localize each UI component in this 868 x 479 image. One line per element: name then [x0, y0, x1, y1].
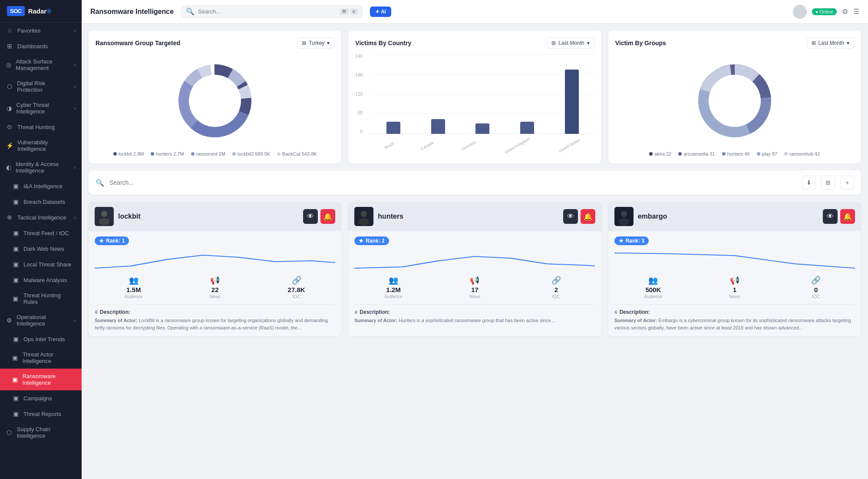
stat-ioc-embargo: 🔗 0 IOC — [777, 276, 855, 299]
stat-value: 17 — [471, 286, 479, 293]
actors-row: lockbit 👁 🔔 ★ Rank: 1 — [89, 202, 861, 336]
actor-name-lockbit: lockbit — [118, 213, 299, 220]
bar — [386, 122, 400, 134]
sidebar-item-favorites[interactable]: ☆ Favorites › — [0, 23, 82, 38]
list-icon: ≡ — [614, 309, 617, 315]
actor-stats-embargo: 👥 500K Audience 📢 1 News 🔗 0 IOC — [614, 276, 855, 299]
sidebar-item-threat-actor[interactable]: ▣ Threat Actor Intelligence — [0, 347, 82, 369]
alert-btn-embargo[interactable]: 🔔 — [840, 209, 855, 224]
add-btn[interactable]: + — [840, 176, 854, 190]
visibility-btn-lockbit[interactable]: 👁 — [303, 209, 318, 224]
actor-body-hunters: ★ Rank: 2 👥 1.2M Audience — [348, 231, 601, 329]
sidebar-item-threat-hunting[interactable]: ⊙ Threat Hunting — [0, 119, 82, 135]
actor-avatar-lockbit — [95, 207, 114, 226]
stat-ioc-lockbit: 🔗 27.8K IOC — [257, 276, 335, 299]
x-label: Canada — [420, 140, 434, 151]
summary-text: Hunters is a sophisticated ransomware gr… — [399, 318, 555, 323]
tactical-icon: ⊕ — [6, 214, 13, 221]
sidebar-item-identity[interactable]: ◐ Identity & Access Intelligence › — [0, 156, 82, 178]
sidebar-item-threat-feed[interactable]: ▣ Threat Feed / IOC — [0, 225, 82, 241]
download-btn[interactable]: ⬇ — [802, 176, 816, 190]
sidebar-item-dashboards[interactable]: ⊞ Dashboards — [0, 38, 82, 54]
ioc-icon: 🔗 — [551, 276, 561, 285]
user-avatar[interactable] — [793, 5, 807, 19]
legend-lockbit: lockbit 2.8M — [113, 151, 144, 156]
bar-filter-btn[interactable]: ⊞ Last Month ▾ — [547, 37, 594, 49]
sidebar-item-supply-chain[interactable]: ⬡ Supply Chain Intelligence — [0, 422, 82, 443]
groups-filter-btn[interactable]: ⊞ Last Month ▾ — [807, 37, 854, 49]
cyber-icon: ◑ — [6, 105, 12, 112]
y-label: 120 — [355, 92, 363, 96]
rank-label: Rank: 3 — [626, 238, 644, 244]
turkey-filter-btn[interactable]: ⊞ Turkey ▾ — [297, 37, 334, 49]
desc-text: Summary of Actor: Hunters is a sophistic… — [354, 317, 595, 324]
stat-audience-lockbit: 👥 1.5M Audience — [95, 276, 172, 299]
legend-arcusmedia: arcusmedia 31 — [678, 151, 715, 156]
visibility-btn-hunters[interactable]: 👁 — [563, 209, 578, 224]
star-icon: ☆ — [6, 27, 13, 34]
card-title: Ransomware Group Targeted — [96, 40, 180, 47]
svg-point-20 — [619, 218, 629, 225]
sidebar-item-ransomware[interactable]: ▣ Ransomware Intelligence — [0, 369, 82, 390]
alert-btn-hunters[interactable]: 🔔 — [581, 209, 595, 224]
sidebar-item-label: Favorites — [17, 27, 40, 34]
stat-value: 27.8K — [288, 286, 305, 293]
x-label: Germany — [461, 140, 477, 151]
actor-action-buttons: 👁 🔔 — [823, 209, 855, 224]
settings-icon[interactable]: ⚙ — [842, 7, 848, 16]
chevron-right-icon: › — [74, 106, 76, 111]
menu-icon[interactable]: ☰ — [853, 7, 859, 16]
sidebar-item-vulnerability[interactable]: ⚡ Vulnerability Intelligence — [0, 135, 82, 156]
ai-button[interactable]: ✦ AI — [370, 7, 391, 17]
donut2-legend: akira 22 arcusmedia 31 hunters 46 p — [649, 151, 820, 156]
sidebar-item-ops-intel[interactable]: ▣ Ops Intel Trends — [0, 331, 82, 347]
content-search-input[interactable] — [109, 179, 797, 186]
charts-row: Ransomware Group Targeted ⊞ Turkey ▾ — [89, 30, 861, 163]
sidebar-item-digital-risk[interactable]: ⬡ Digital Risk Protection › — [0, 76, 82, 97]
sidebar-item-breach-datasets[interactable]: ▣ Breach Datasets — [0, 194, 82, 210]
donut-chart-2: akira 22 arcusmedia 31 hunters 46 p — [615, 54, 854, 156]
sidebar-item-label: I&A Intelligence — [23, 183, 63, 190]
sidebar-item-local-threat[interactable]: ▣ Local Threat Share — [0, 256, 82, 272]
sidebar-item-threat-reports[interactable]: ▣ Threat Reports — [0, 406, 82, 422]
y-label: 240 — [355, 54, 363, 59]
legend-label: arcusmedia 31 — [683, 151, 715, 156]
x-labels: Brazil Canada Germany United Kingdom Uni… — [371, 134, 594, 150]
bar-group-uk — [520, 122, 534, 134]
sidebar-item-tactical[interactable]: ⊕ Tactical Intelligence › — [0, 210, 82, 225]
stat-label: News — [210, 294, 221, 299]
visibility-btn-embargo[interactable]: 👁 — [823, 209, 838, 224]
stat-label: News — [729, 294, 740, 299]
alert-btn-lockbit[interactable]: 🔔 — [320, 209, 335, 224]
legend-label: BackCat 543.8K — [282, 151, 317, 156]
star-icon: ★ — [619, 238, 624, 244]
svg-point-17 — [359, 218, 369, 225]
y-label: 60 — [358, 110, 363, 115]
sidebar-item-threat-hunting-rules[interactable]: ▣ Threat Hunting Rules — [0, 288, 82, 309]
desc-text: Summary of Actor: LockBit is a ransomwar… — [95, 317, 335, 331]
sparkline-embargo — [614, 249, 855, 270]
sidebar-item-attack-surface[interactable]: ◎ Attack Surface Management › — [0, 54, 82, 76]
sidebar-item-ia-intelligence[interactable]: ▣ I&A Intelligence — [0, 178, 82, 194]
search-input[interactable] — [198, 8, 336, 15]
rules-icon: ▣ — [12, 295, 19, 302]
legend-label: akira 22 — [654, 151, 671, 156]
sidebar-item-malware[interactable]: ▣ Malware Analysis — [0, 272, 82, 288]
sidebar-item-campaigns[interactable]: ▣ Campaigns — [0, 390, 82, 406]
sidebar-item-dark-web[interactable]: ▣ Dark Web News — [0, 241, 82, 256]
description-lockbit: ≡ Description: Summary of Actor: LockBit… — [95, 304, 335, 331]
rank-label: Rank: 2 — [366, 238, 384, 244]
sidebar-item-label: Threat Hunting — [17, 124, 55, 130]
content-search-bar: 🔍 ⬇ ⊞ + — [89, 170, 861, 195]
ioc-icon: 🔗 — [292, 276, 301, 285]
sidebar-item-cyber-threat[interactable]: ◑ Cyber Threat Intelligence › — [0, 97, 82, 119]
sidebar-item-operational[interactable]: ⚙ Operational Intelligence › — [0, 309, 82, 331]
bar-chart: 240 180 120 60 0 — [355, 54, 594, 150]
donut-chart-1: lockbit 2.8M hunters 2.7M ransomed 2M — [96, 54, 334, 156]
stat-news-hunters: 📢 17 News — [436, 276, 514, 299]
main-content: Ransomware Intelligence 🔍 ⌘ K ✦ AI ● Onl… — [82, 0, 868, 479]
grid-view-btn[interactable]: ⊞ — [821, 176, 835, 190]
desc-text: Summary of Actor: Embargo is a cybercrim… — [614, 317, 855, 331]
ransomware-icon: ▣ — [12, 376, 18, 383]
rank-badge-lockbit: ★ Rank: 1 — [95, 236, 129, 245]
